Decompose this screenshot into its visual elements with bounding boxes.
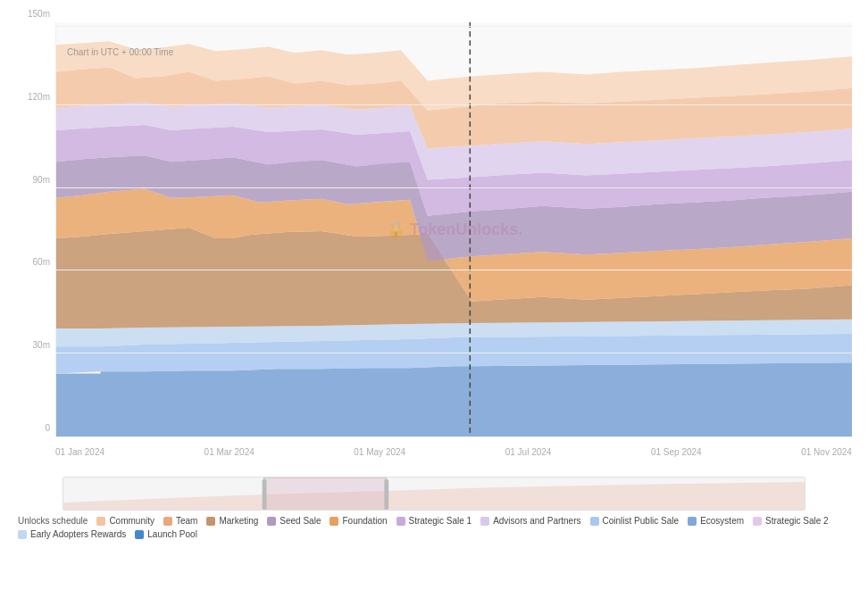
launch-pool-dot [135,530,144,539]
stacked-area-chart: Today [56,22,852,436]
advisors-label: Advisors and Partners [493,516,580,526]
legend-item-launch-pool: Launch Pool [135,529,197,539]
svg-rect-4 [384,479,388,510]
legend-item-strategic-sale-1: Strategic Sale 1 [396,516,472,526]
legend-item-foundation: Foundation [330,516,387,526]
x-label-sep: 01 Sep 2024 [651,447,702,457]
y-label-90: 90m [9,175,54,185]
legend-item-early-adopters: Early Adopters Rewards [18,529,126,539]
coinlist-dot [590,517,599,526]
grid-line-120 [56,104,852,105]
navigator-svg [63,478,805,511]
legend: Unlocks schedule Community Team Marketin… [9,511,859,543]
svg-rect-2 [264,478,387,511]
svg-rect-3 [263,479,267,510]
grid-line-30 [56,353,852,353]
x-label-nov: 01 Nov 2024 [801,447,852,457]
team-dot [163,517,172,526]
legend-item-coinlist: Coinlist Public Sale [590,516,680,526]
legend-item-team: Team [163,516,197,526]
legend-item-community: Community [96,516,154,526]
foundation-dot [330,517,338,526]
launch-pool-label: Launch Pool [147,529,197,539]
legend-item-seed-sale: Seed Sale [267,516,321,526]
strategic-sale-1-label: Strategic Sale 1 [409,516,472,526]
x-label-jul: 01 Jul 2024 [505,447,552,457]
strategic-sale-1-dot [396,517,405,526]
seed-sale-label: Seed Sale [280,516,321,526]
legend-item-ecosystem: Ecosystem [688,516,744,526]
y-label-30: 30m [9,340,54,350]
strategic-sale-2-label: Strategic Sale 2 [765,516,829,526]
legend-label-unlocks: Unlocks schedule [18,516,88,526]
strategic-sale-2-dot [753,517,762,526]
y-label-150: 150m [9,9,54,19]
x-axis: 01 Jan 2024 01 Mar 2024 01 May 2024 01 J… [55,447,852,457]
legend-item-advisors: Advisors and Partners [480,516,580,526]
y-label-120: 120m [9,92,54,102]
ecosystem-label: Ecosystem [700,516,744,526]
chart-plot: Chart in UTC + 00:00 Time [55,22,852,437]
community-dot [96,517,105,526]
y-axis: 0 30m 60m 90m 120m 150m [9,9,54,437]
grid-line-60 [56,270,852,270]
grid-line-150 [56,26,852,27]
foundation-label: Foundation [342,516,387,526]
x-label-mar: 01 Mar 2024 [204,447,255,457]
early-adopters-label: Early Adopters Rewards [30,529,126,539]
chart-subtitle: Chart in UTC + 00:00 Time [67,47,173,57]
legend-item-strategic-sale-2: Strategic Sale 2 [753,516,829,526]
chart-area: 0 30m 60m 90m 120m 150m Chart in UTC + 0… [9,9,859,473]
legend-item-marketing: Marketing [206,516,258,526]
advisors-dot [480,517,489,526]
seed-sale-dot [267,517,276,526]
marketing-dot [206,517,215,526]
unlocks-schedule-label: Unlocks schedule [18,516,88,526]
x-label-jan: 01 Jan 2024 [55,447,104,457]
x-label-may: 01 May 2024 [354,447,405,457]
early-adopters-dot [18,530,27,539]
chart-navigator[interactable] [63,477,805,511]
team-label: Team [176,516,197,526]
chart-container: 0 30m 60m 90m 120m 150m Chart in UTC + 0… [0,0,868,598]
grid-line-90 [56,187,852,188]
ecosystem-dot [688,517,697,526]
community-label: Community [109,516,154,526]
coinlist-label: Coinlist Public Sale [603,516,680,526]
marketing-label: Marketing [219,516,258,526]
y-label-60: 60m [9,257,54,267]
y-label-0: 0 [9,423,54,433]
